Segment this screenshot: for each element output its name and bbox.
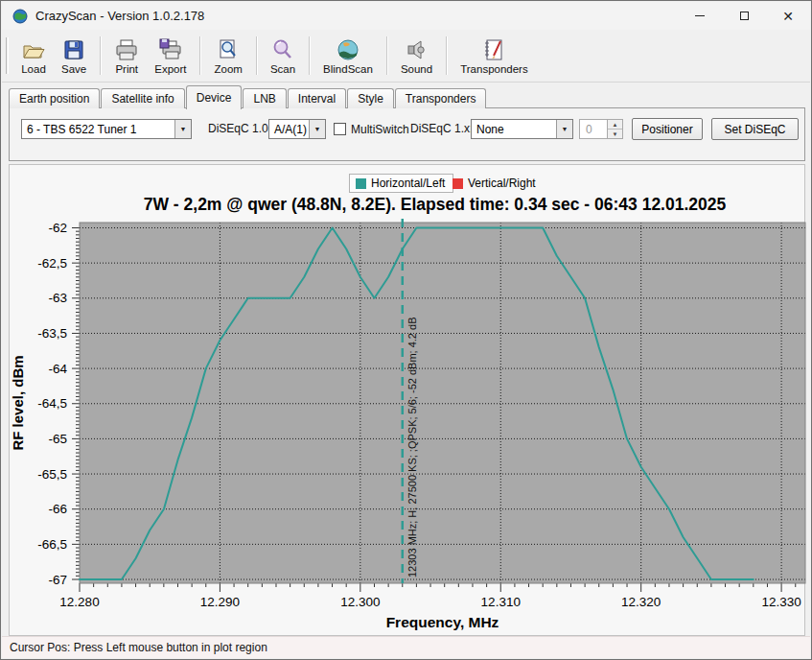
chevron-down-icon[interactable]: ▼ [174, 120, 191, 138]
tuner-select[interactable]: 6 - TBS 6522 Tuner 1 ▼ [21, 119, 192, 139]
diseqc1x-select-value: None [472, 120, 556, 138]
blindscan-icon [336, 37, 360, 63]
toolbar-button-label: Transponders [460, 63, 528, 75]
legend-label: Vertical/Right [468, 177, 536, 190]
legend-swatch-icon [356, 178, 366, 189]
toolbar-button-load[interactable]: Load [13, 32, 54, 80]
chevron-down-icon[interactable]: ▼ [309, 120, 325, 138]
y-tick-label: -62 [48, 221, 67, 235]
x-tick-label: 12.330 [761, 595, 800, 609]
y-tick-label: -66 [48, 502, 67, 516]
tuner-select-value: 6 - TBS 6522 Tuner 1 [22, 120, 174, 138]
minimize-button[interactable] [678, 2, 722, 30]
toolbar-button-save[interactable]: Save [54, 32, 94, 80]
sound-icon [405, 37, 429, 63]
legend-horizontal-left[interactable]: Horizontal/Left [349, 174, 453, 193]
title-bar[interactable]: CrazyScan - Version 1.0.2.178 ✕ [2, 2, 810, 30]
chevron-down-icon[interactable]: ▼ [556, 120, 572, 138]
legend-label: Horizontal/Left [371, 177, 445, 190]
checkbox-icon[interactable] [334, 123, 346, 135]
y-tick-label: -65,5 [37, 467, 67, 482]
multiswitch-label: MultiSwitch [351, 123, 409, 136]
print-icon [114, 37, 139, 63]
transponder-marker-label: 12303 MHz; H; 27500 KS; ;QPSK; 5/6; -52 … [406, 318, 418, 578]
toolbar-button-scan[interactable]: Scan [263, 32, 303, 80]
toolbar-separator [256, 36, 257, 75]
maximize-button[interactable] [722, 2, 766, 30]
y-tick-label: -64 [48, 362, 67, 376]
multiswitch-checkbox[interactable]: MultiSwitch [334, 119, 409, 139]
legend-vertical-right[interactable]: Vertical/Right [452, 177, 536, 190]
x-tick-label: 12.320 [621, 595, 661, 609]
tab-satellite-info[interactable]: Satellite info [101, 88, 184, 108]
crazyscan-window: CrazyScan - Version 1.0.2.178 ✕ LoadSave… [0, 0, 812, 660]
toolbar-button-label: Sound [401, 63, 432, 75]
position-stepper-value: 0 [580, 120, 607, 138]
legend-swatch-icon [452, 178, 463, 189]
y-tick-label: -65 [48, 432, 67, 446]
status-bar: Cursor Pos: Press Left mouse button in p… [2, 636, 810, 658]
toolbar-button-label: Scan [270, 63, 295, 75]
y-tick-label: -62,5 [37, 256, 67, 271]
globe-app-icon [12, 9, 28, 24]
y-tick-label: -64,5 [37, 396, 67, 411]
x-axis-label: Frequency, MHz [386, 614, 499, 630]
load-icon [21, 37, 46, 63]
toolbar-button-label: Zoom [214, 63, 242, 75]
transponders-icon [481, 37, 506, 63]
rf-level-chart[interactable]: -62-62,5-63-63,5-64-64,5-65-65,5-66-66,5… [10, 165, 806, 637]
tab-device[interactable]: Device [186, 85, 243, 109]
toolbar-button-label: Export [154, 63, 186, 75]
device-tab-panel: 6 - TBS 6522 Tuner 1 ▼ DiSEqC 1.0: A/A(1… [9, 107, 805, 161]
y-tick-label: -67 [48, 573, 67, 587]
diseqc1x-label: DiSEqC 1.x: [410, 119, 473, 139]
toolbar-button-sound[interactable]: Sound [393, 32, 440, 80]
y-axis-label: RF level, dBm [10, 355, 26, 450]
tab-transponders[interactable]: Transponders [395, 88, 487, 108]
x-tick-label: 12.290 [200, 595, 240, 609]
tab-style[interactable]: Style [347, 88, 394, 108]
toolbar-button-label: Load [21, 63, 46, 75]
y-tick-label: -66,5 [37, 537, 67, 552]
chart-panel: Horizontal/LeftVertical/Right 7W - 2,2m … [9, 164, 805, 636]
diseqc1x-select[interactable]: None ▼ [471, 119, 573, 139]
x-tick-label: 12.280 [59, 595, 99, 609]
toolbar-button-label: Print [115, 63, 138, 75]
tab-interval[interactable]: Interval [288, 88, 346, 108]
toolbar-button-export[interactable]: Export [147, 32, 194, 80]
toolbar-button-transponders[interactable]: Transponders [452, 32, 536, 80]
scan-icon [270, 37, 295, 63]
set-diseqc-button[interactable]: Set DiSEqC [711, 118, 799, 140]
tab-strip: Earth positionSatellite infoDeviceLNBInt… [9, 85, 487, 108]
toolbar-grip[interactable] [6, 37, 9, 74]
toolbar-separator [386, 36, 387, 75]
main-toolbar: LoadSavePrintExportZoomScanBlindScanSoun… [2, 30, 810, 82]
tab-lnb[interactable]: LNB [243, 88, 286, 108]
toolbar-separator [199, 36, 200, 75]
cursor-pos-status: Cursor Pos: Press Left mouse button in p… [10, 641, 267, 654]
chart-title: 7W - 2,2m @ qwer (48.8N, 8.2E). Elapsed … [72, 195, 798, 215]
spinner-up-icon[interactable]: ▲ [608, 120, 622, 130]
tab-earth-position[interactable]: Earth position [9, 88, 100, 108]
zoom-icon [216, 37, 241, 63]
toolbar-button-zoom[interactable]: Zoom [206, 32, 249, 80]
position-stepper[interactable]: 0 ▲ ▼ [579, 119, 623, 139]
save-icon [61, 37, 86, 63]
close-button[interactable]: ✕ [766, 2, 810, 30]
toolbar-button-label: BlindScan [323, 63, 373, 75]
x-tick-label: 12.300 [340, 595, 380, 609]
toolbar-separator [446, 36, 447, 75]
toolbar-button-blindscan[interactable]: BlindScan [315, 32, 381, 80]
spinner-down-icon[interactable]: ▼ [608, 130, 622, 138]
y-tick-label: -63,5 [37, 326, 67, 341]
x-tick-label: 12.310 [481, 595, 521, 609]
window-controls: ✕ [678, 2, 810, 30]
diseqc10-label: DiSEqC 1.0: [208, 119, 271, 139]
export-icon [158, 37, 183, 63]
window-title: CrazyScan - Version 1.0.2.178 [35, 9, 204, 23]
plot-area[interactable] [80, 223, 805, 583]
positioner-button[interactable]: Positioner [632, 118, 703, 140]
toolbar-separator [100, 36, 101, 75]
diseqc10-select[interactable]: A/A(1) ▼ [268, 119, 326, 139]
toolbar-button-print[interactable]: Print [106, 32, 147, 80]
